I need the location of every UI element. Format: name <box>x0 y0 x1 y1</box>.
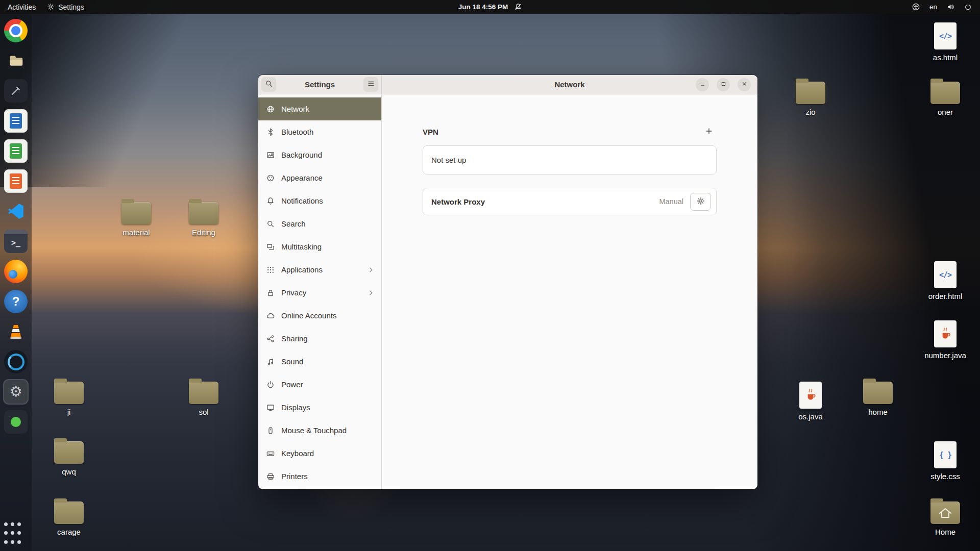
maximize-button[interactable] <box>717 78 730 91</box>
accessibility-icon[interactable] <box>912 3 920 11</box>
desktop-icon-as-html[interactable]: </>as.html <box>921 22 970 62</box>
vpn-section-header: VPN <box>423 124 717 139</box>
network-proxy-label: Network Proxy <box>431 197 485 206</box>
sidebar-item-keyboard[interactable]: Keyboard <box>258 442 381 465</box>
desktop-icon-home[interactable]: home <box>853 382 902 416</box>
settings-icon: ⚙ <box>4 380 28 404</box>
close-button[interactable] <box>738 78 751 91</box>
dock-item-tool[interactable] <box>3 78 29 104</box>
desktop-icon-label: sol <box>199 408 208 416</box>
dock-item-firefox[interactable] <box>3 259 29 284</box>
sharing-icon <box>266 334 275 343</box>
window-controls <box>696 78 757 91</box>
sidebar-item-label: Printers <box>281 472 308 481</box>
network-proxy-value: Manual <box>659 197 683 206</box>
network-proxy-row[interactable]: Network Proxy Manual <box>423 188 717 215</box>
power-icon[interactable] <box>964 3 972 11</box>
vpn-empty-row: Not set up <box>423 145 717 174</box>
sidebar-item-label: Sharing <box>281 334 308 343</box>
dock-item-calc[interactable] <box>3 138 29 164</box>
desktop-icon-order-html[interactable]: </>order.html <box>921 261 970 300</box>
keyboard-layout-indicator[interactable]: en <box>929 3 937 11</box>
app-menu-button[interactable]: Settings <box>41 0 90 14</box>
dock-item-help[interactable]: ? <box>3 289 29 314</box>
sidebar-item-network[interactable]: Network <box>258 97 381 120</box>
notifications-icon <box>266 196 275 206</box>
app-menu-label: Settings <box>58 3 84 11</box>
clock-menu-button[interactable]: Jun 18 4:56 PM <box>458 3 522 11</box>
system-status-area[interactable]: en <box>912 3 980 11</box>
add-vpn-button[interactable] <box>701 124 717 139</box>
gear-icon <box>697 197 705 207</box>
notifications-disabled-bell-icon <box>514 3 522 11</box>
desktop: Activities Settings Jun 18 4:56 PM en >_… <box>0 0 980 551</box>
desktop-icon-editing[interactable]: Editing <box>179 202 228 237</box>
desktop-icon-home[interactable]: Home <box>921 502 970 536</box>
clock-label: Jun 18 4:56 PM <box>458 3 508 11</box>
primary-menu-button[interactable] <box>363 77 378 92</box>
desktop-icon-label: style.css <box>930 472 960 481</box>
desktop-icon-label: number.java <box>924 351 966 360</box>
privacy-icon <box>266 288 275 297</box>
sidebar-item-displays[interactable]: Displays <box>258 396 381 419</box>
dock-item-vscode[interactable] <box>3 198 29 224</box>
sidebar-item-applications[interactable]: Applications <box>258 258 381 281</box>
sidebar-item-printers[interactable]: Printers <box>258 465 381 488</box>
folder-icon <box>863 382 893 404</box>
desktop-icon-os-java[interactable]: os.java <box>786 382 835 421</box>
desktop-icon-ji[interactable]: ji <box>44 382 93 416</box>
search-icon <box>265 80 273 89</box>
minimize-button[interactable] <box>696 78 709 91</box>
dock-item-terminal[interactable]: >_ <box>3 229 29 254</box>
browser-icon <box>4 350 28 373</box>
sidebar-item-appearance[interactable]: Appearance <box>258 166 381 189</box>
desktop-icon-carage[interactable]: carage <box>44 502 93 536</box>
sidebar-item-power[interactable]: Power <box>258 373 381 396</box>
desktop-icon-material[interactable]: material <box>112 202 161 237</box>
dock-item-show-apps[interactable] <box>3 520 29 546</box>
desktop-icon-label: as.html <box>933 53 958 62</box>
plus-icon <box>705 127 713 137</box>
dock-item-chrome[interactable] <box>3 18 29 43</box>
sidebar-item-label: Sound <box>281 357 303 366</box>
sidebar-item-notifications[interactable]: Notifications <box>258 189 381 212</box>
desktop-icon-number-java[interactable]: number.java <box>921 320 970 360</box>
dock-item-impress[interactable] <box>3 168 29 194</box>
sidebar-item-sharing[interactable]: Sharing <box>258 327 381 350</box>
terminal-icon: >_ <box>4 230 28 253</box>
sidebar-item-search[interactable]: Search <box>258 212 381 235</box>
proxy-settings-button[interactable] <box>690 193 711 211</box>
sidebar-item-mouse-touchpad[interactable]: Mouse & Touchpad <box>258 419 381 442</box>
online-accounts-icon <box>266 311 275 320</box>
search-icon <box>266 219 275 229</box>
sidebar-item-label: Search <box>281 219 306 228</box>
vscode-icon <box>4 199 28 223</box>
html-file-icon: </> <box>934 22 957 49</box>
settings-content: Network VPN <box>382 75 757 489</box>
desktop-icon-sol[interactable]: sol <box>179 382 228 416</box>
sidebar-item-privacy[interactable]: Privacy <box>258 281 381 304</box>
close-icon <box>741 81 748 89</box>
sidebar-item-online-accounts[interactable]: Online Accounts <box>258 304 381 327</box>
desktop-icon-zio[interactable]: zio <box>786 82 835 116</box>
sidebar-item-multitasking[interactable]: Multitasking <box>258 235 381 258</box>
volume-icon[interactable] <box>947 3 954 11</box>
sidebar-item-label: Displays <box>281 403 310 412</box>
sidebar-item-sound[interactable]: Sound <box>258 350 381 373</box>
sidebar-item-label: Bluetooth <box>281 128 313 136</box>
css-file-icon: { } <box>934 441 957 468</box>
desktop-icon-oner[interactable]: oner <box>921 82 970 116</box>
dock-item-browser[interactable] <box>3 349 29 374</box>
activities-button[interactable]: Activities <box>2 0 41 14</box>
sidebar-item-bluetooth[interactable]: Bluetooth <box>258 120 381 143</box>
dock-item-settings[interactable]: ⚙ <box>3 379 29 405</box>
dock-item-software[interactable] <box>3 409 29 435</box>
dock-item-files[interactable] <box>3 48 29 73</box>
desktop-icon-label: Home <box>935 528 955 536</box>
desktop-icon-qwq[interactable]: qwq <box>44 441 93 476</box>
search-button[interactable] <box>261 77 276 92</box>
sidebar-item-background[interactable]: Background <box>258 143 381 166</box>
dock-item-writer[interactable] <box>3 108 29 134</box>
desktop-icon-style-css[interactable]: { }style.css <box>921 441 970 481</box>
dock-item-vlc[interactable] <box>3 319 29 344</box>
